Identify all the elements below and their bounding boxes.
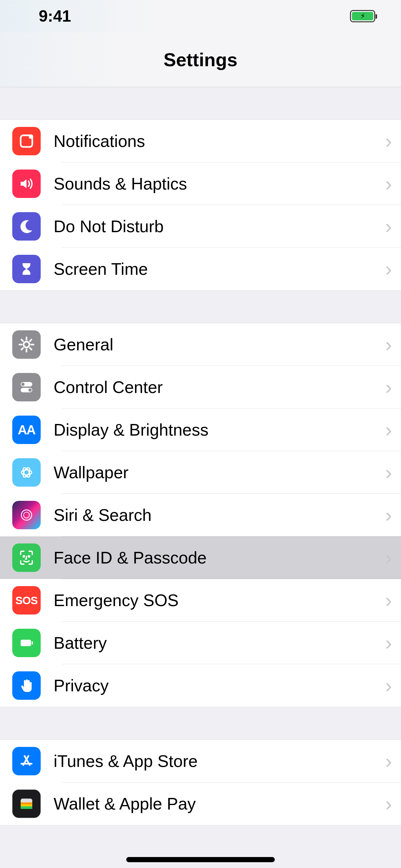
hourglass-icon: [12, 255, 41, 283]
section-gap: [0, 707, 401, 740]
battery-indicator-icon: ⚡︎: [350, 10, 375, 22]
row-label: General: [54, 335, 385, 354]
row-label: Display & Brightness: [54, 420, 385, 439]
siri-icon: [12, 501, 41, 529]
chevron-right-icon: ›: [385, 216, 392, 237]
speaker-icon: [12, 169, 41, 198]
chevron-right-icon: ›: [385, 259, 392, 279]
chevron-right-icon: ›: [385, 174, 392, 194]
row-label: Screen Time: [54, 259, 385, 279]
chevron-right-icon: ›: [385, 131, 392, 151]
svg-line-10: [30, 339, 32, 341]
row-label: Sounds & Haptics: [54, 174, 385, 193]
gear-icon: [12, 330, 41, 359]
svg-point-14: [28, 389, 32, 392]
settings-row-sounds[interactable]: Sounds & Haptics›: [0, 162, 401, 205]
faceid-icon: [12, 544, 41, 572]
chevron-right-icon: ›: [385, 633, 392, 653]
chevron-right-icon: ›: [385, 548, 392, 568]
settings-row-battery[interactable]: Battery›: [0, 622, 401, 664]
chevron-right-icon: ›: [385, 590, 392, 610]
settings-group: Notifications›Sounds & Haptics›Do Not Di…: [0, 120, 401, 290]
settings-row-wallpaper[interactable]: Wallpaper›: [0, 451, 401, 494]
svg-point-23: [23, 556, 25, 557]
svg-line-6: [21, 348, 23, 350]
battery-fill: ⚡︎: [352, 12, 373, 20]
page-title: Settings: [164, 49, 238, 70]
row-label: Control Center: [54, 377, 385, 397]
moon-icon: [12, 212, 41, 241]
appstore-icon: [12, 747, 41, 775]
settings-row-faceid[interactable]: Face ID & Passcode›: [0, 536, 401, 579]
charging-bolt-icon: ⚡︎: [360, 12, 365, 20]
settings-group: iTunes & App Store›Wallet & Apple Pay›: [0, 740, 401, 826]
chevron-right-icon: ›: [385, 420, 392, 440]
chevron-right-icon: ›: [385, 751, 392, 771]
sos-icon: SOS: [12, 586, 41, 615]
home-indicator[interactable]: [126, 857, 275, 862]
status-time: 9:41: [39, 7, 71, 26]
chevron-right-icon: ›: [385, 335, 392, 354]
chevron-right-icon: ›: [385, 676, 392, 695]
settings-row-notifications[interactable]: Notifications›: [0, 120, 401, 162]
row-label: Emergency SOS: [54, 591, 385, 610]
settings-row-privacy[interactable]: Privacy›: [0, 664, 401, 707]
settings-row-wallet[interactable]: Wallet & Apple Pay›: [0, 782, 401, 825]
row-label: Privacy: [54, 676, 385, 695]
notification-icon: [12, 127, 41, 155]
row-label: Battery: [54, 633, 385, 653]
row-label: Do Not Disturb: [54, 217, 385, 236]
svg-rect-26: [32, 641, 33, 645]
svg-point-2: [24, 342, 29, 347]
settings-row-control-center[interactable]: Control Center›: [0, 366, 401, 408]
battery-icon: [12, 629, 41, 657]
status-bar: 9:41 ⚡︎: [0, 0, 401, 32]
section-gap: [0, 290, 401, 323]
row-label: Notifications: [54, 131, 385, 151]
settings-group: General›Control Center›AADisplay & Brigh…: [0, 323, 401, 707]
chevron-right-icon: ›: [385, 794, 392, 814]
chevron-right-icon: ›: [385, 377, 392, 397]
svg-point-12: [21, 383, 25, 386]
flower-icon: [12, 458, 41, 487]
row-label: iTunes & App Store: [54, 751, 385, 771]
row-label: Wallpaper: [54, 463, 385, 482]
toggles-icon: [12, 373, 41, 401]
settings-row-dnd[interactable]: Do Not Disturb›: [0, 205, 401, 248]
settings-row-siri[interactable]: Siri & Search›: [0, 494, 401, 536]
brightness-icon: AA: [12, 415, 41, 444]
svg-point-21: [21, 510, 32, 520]
chevron-right-icon: ›: [385, 462, 392, 483]
svg-rect-33: [21, 806, 32, 809]
settings-row-general[interactable]: General›: [0, 323, 401, 366]
hand-icon: [12, 671, 41, 700]
settings-row-itunes[interactable]: iTunes & App Store›: [0, 740, 401, 782]
nav-bar: Settings: [0, 32, 401, 87]
settings-row-display[interactable]: AADisplay & Brightness›: [0, 408, 401, 451]
row-label: Face ID & Passcode: [54, 548, 385, 567]
svg-rect-25: [21, 640, 31, 646]
svg-point-1: [29, 134, 33, 139]
svg-line-8: [21, 339, 23, 341]
svg-point-24: [28, 556, 30, 557]
settings-screen: 9:41 ⚡︎ Settings Notifications›Sounds & …: [0, 0, 401, 868]
row-label: Wallet & Apple Pay: [54, 794, 385, 813]
section-gap: [0, 87, 401, 120]
settings-row-screentime[interactable]: Screen Time›: [0, 248, 401, 290]
row-label: Siri & Search: [54, 505, 385, 525]
svg-point-22: [24, 512, 29, 518]
svg-line-4: [30, 348, 32, 350]
settings-row-sos[interactable]: SOSEmergency SOS›: [0, 579, 401, 622]
chevron-right-icon: ›: [385, 505, 392, 525]
wallet-icon: [12, 789, 41, 818]
